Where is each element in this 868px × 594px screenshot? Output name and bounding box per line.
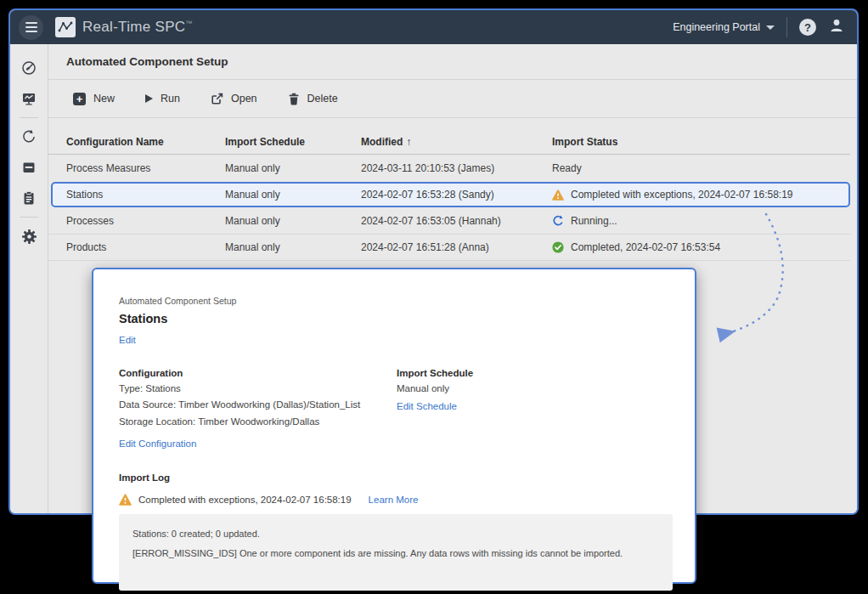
col-import-schedule[interactable]: Import Schedule: [225, 136, 361, 148]
configuration-heading: Configuration: [119, 368, 397, 378]
open-external-icon: [211, 93, 223, 105]
gauge-icon[interactable]: [10, 56, 48, 80]
topbar-divider: [786, 17, 787, 37]
trash-icon: [288, 93, 300, 105]
brand-title: Real-Time SPC™: [82, 19, 193, 36]
warning-icon: [552, 190, 564, 201]
delete-button[interactable]: Delete: [281, 88, 350, 110]
configuration-type: Type: Stations: [119, 382, 397, 395]
edit-configuration-link[interactable]: Edit Configuration: [119, 438, 196, 449]
toolbar: + New Run Open: [48, 80, 857, 118]
sidebar-divider: [20, 117, 38, 118]
help-icon[interactable]: ?: [799, 19, 816, 36]
top-bar: Real-Time SPC™ Engineering Portal ?: [10, 10, 857, 44]
archive-box-icon[interactable]: [10, 156, 48, 179]
col-modified[interactable]: Modified↑: [361, 136, 552, 148]
warning-icon: [119, 494, 132, 506]
sort-ascending-icon: ↑: [406, 136, 411, 148]
gear-icon[interactable]: [10, 224, 48, 248]
table-row[interactable]: Processes Manual only 2024-02-07 16:53:0…: [48, 208, 850, 235]
table-row-selected[interactable]: Stations Manual only 2024-02-07 16:53:28…: [51, 182, 850, 207]
monitor-chart-icon[interactable]: [10, 87, 48, 110]
hamburger-menu-icon[interactable]: [19, 15, 43, 40]
import-log-output: Stations: 0 created; 0 updated. [ERROR_M…: [119, 514, 673, 591]
configuration-storage-location: Storage Location: Timber Woodworking/Dal…: [119, 416, 397, 428]
app-logo-icon: [55, 17, 76, 37]
run-button[interactable]: Run: [138, 88, 192, 110]
edit-schedule-link[interactable]: Edit Schedule: [397, 401, 457, 411]
sidebar: [10, 44, 48, 515]
running-icon: [552, 215, 564, 227]
play-icon: [145, 94, 153, 103]
chevron-down-icon: [766, 25, 775, 30]
page-title-bar: Automated Component Setup: [48, 44, 857, 80]
table-header-row: Configuration Name Import Schedule Modif…: [48, 129, 850, 155]
log-line: [ERROR_MISSING_IDS] One or more componen…: [132, 548, 659, 558]
trademark-symbol: ™: [185, 20, 192, 27]
portal-selector[interactable]: Engineering Portal: [673, 21, 775, 33]
open-button[interactable]: Open: [204, 88, 269, 110]
edit-link[interactable]: Edit: [119, 335, 136, 345]
plus-icon: +: [73, 93, 86, 105]
col-import-status[interactable]: Import Status: [552, 136, 850, 148]
table-row[interactable]: Products Manual only 2024-02-07 16:51:28…: [48, 235, 850, 261]
import-schedule-section: Import Schedule Manual only Edit Schedul…: [397, 368, 473, 450]
panel-title: Stations: [119, 312, 669, 325]
import-schedule-value: Manual only: [397, 382, 473, 395]
page-title: Automated Component Setup: [66, 55, 228, 68]
user-icon[interactable]: [828, 17, 845, 37]
panel-eyebrow: Automated Component Setup: [119, 296, 669, 306]
import-schedule-heading: Import Schedule: [397, 368, 473, 378]
detail-panel: Automated Component Setup Stations Edit …: [92, 268, 696, 584]
import-log-status-text: Completed with exceptions, 2024-02-07 16…: [138, 495, 352, 505]
learn-more-link[interactable]: Learn More: [369, 495, 419, 505]
sidebar-divider: [20, 217, 38, 218]
new-button[interactable]: + New: [66, 88, 127, 110]
sync-icon[interactable]: [10, 125, 48, 149]
configuration-data-source: Data Source: Timber Woodworking (Dallas)…: [119, 399, 397, 411]
col-configuration-name[interactable]: Configuration Name: [66, 136, 225, 148]
log-line: Stations: 0 created; 0 updated.: [132, 529, 659, 539]
configurations-table: Configuration Name Import Schedule Modif…: [48, 129, 857, 261]
table-row[interactable]: Process Measures Manual only 2024-03-11 …: [48, 155, 850, 181]
import-log-heading: Import Log: [119, 472, 669, 483]
success-icon: [552, 241, 564, 253]
configuration-section: Configuration Type: Stations Data Source…: [119, 368, 397, 450]
clipboard-icon[interactable]: [10, 186, 48, 210]
import-log-status-line: Completed with exceptions, 2024-02-07 16…: [119, 494, 669, 506]
